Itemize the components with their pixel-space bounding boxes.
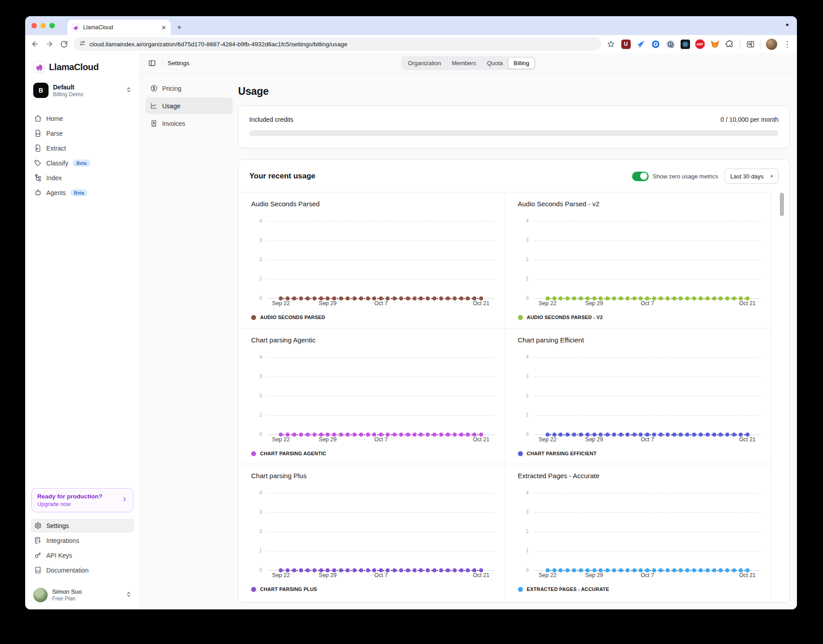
receipt-icon [150,120,158,127]
toolbar-divider [740,40,740,49]
sidebar-bottom-nav: SettingsIntegrationsAPI KeysDocumentatio… [31,519,134,577]
chevron-right-icon [121,496,128,504]
usage-chart-panel: Chart parsing Efficient01234Sep 22Sep 29… [505,328,771,464]
browser-profile-avatar[interactable] [766,39,777,50]
key-icon [34,551,42,559]
reload-button[interactable] [59,40,68,49]
subnav-item-label: Usage [162,102,180,110]
usage-chart-panel: Audio Seconds Parsed01234Sep 22Sep 29Oct… [239,192,505,328]
sidebar-item-extract[interactable]: Extract [31,141,134,155]
side-panel-search-icon[interactable] [746,40,755,49]
zoom-window-button[interactable] [49,23,55,28]
beta-badge: Beta [71,189,88,196]
adblock-plus-extension-icon[interactable]: ABP [695,39,705,49]
x-axis-labels: Sep 22Sep 29Oct 7Oct 21 [534,572,761,581]
nav-item-label: Home [46,115,63,122]
legend-label: CHART PARSING PLUS [260,586,317,592]
chart-title: Extracted Pages - Accurate [518,472,761,480]
subnav-item-label: Pricing [162,85,181,92]
legend-label: AUDIO SECONDS PARSED - V2 [527,315,603,320]
onepassword-extension-icon[interactable] [665,39,675,49]
tab-close-icon[interactable]: ✕ [161,24,166,31]
bookmark-star-icon[interactable] [606,40,615,49]
sidebar-item-index[interactable]: Index [31,171,134,185]
legend-label: CHART PARSING AGENTIC [260,451,326,456]
favicon-llamacloud-icon [72,24,80,31]
page-title: Usage [238,85,790,98]
ublock-origin-extension-icon[interactable]: U [621,39,631,49]
org-subtitle: Billing Demo [53,91,121,98]
legend-dot-icon [518,451,523,456]
legend-dot-icon [518,587,523,592]
chart-legend: CHART PARSING AGENTIC [251,451,495,456]
chart-title: Chart parsing Efficient [518,336,761,344]
sidebar-item-api-keys[interactable]: API Keys [31,548,134,562]
chevron-updown-icon [126,86,132,94]
llamacloud-app: LlamaCloud B Default Billing Demo HomePa… [25,53,797,609]
subnav-item-invoices[interactable]: Invoices [146,115,233,132]
nav-item-label: Agents [46,189,66,196]
sidebar-nav: HomeParseExtractClassifyBetaIndexAgentsB… [31,111,134,200]
back-button[interactable] [31,40,40,49]
user-avatar [33,588,48,602]
user-menu[interactable]: Simon Suo Free Plan [31,583,134,603]
plot-area [267,214,495,298]
extensions-puzzle-icon[interactable] [725,39,735,49]
sidebar-item-classify[interactable]: ClassifyBeta [31,156,134,170]
minimize-window-button[interactable] [40,23,46,28]
book-icon [34,566,42,574]
org-avatar: B [33,83,49,98]
date-range-value: Last 30 days [730,173,764,180]
show-zero-usage-toggle[interactable] [632,172,649,181]
url-bar[interactable]: cloud.llamaindex.ai/organization/6d75d17… [74,37,601,51]
date-range-select[interactable]: Last 30 days ▾ [725,169,779,184]
upgrade-banner[interactable]: Ready for production? Upgrade now [31,488,133,512]
react-devtools-extension-icon[interactable] [680,39,690,49]
tab-strip: LlamaCloud ✕ + ✦ [25,16,797,35]
brand[interactable]: LlamaCloud [31,59,134,79]
close-window-button[interactable] [31,23,37,28]
index-icon [34,174,42,182]
org-selector[interactable]: B Default Billing Demo [31,79,134,102]
chart-legend: EXTRACTED PAGES - ACCURATE [518,586,761,592]
charts-scrollbar-thumb[interactable] [780,193,784,216]
new-tab-button[interactable]: + [177,23,181,32]
x-axis-labels: Sep 22Sep 29Oct 7Oct 21 [534,300,761,309]
sidebar-toggle-icon[interactable] [147,59,156,68]
tab-members[interactable]: Members [447,58,482,69]
nav-item-label: Settings [46,522,69,529]
x-axis-labels: Sep 22Sep 29Oct 7Oct 21 [267,300,495,309]
tab-organization[interactable]: Organization [403,58,447,69]
tab-organize-sparkle-icon[interactable]: ✦ [785,22,790,28]
tab-billing[interactable]: Billing [508,58,535,69]
sidebar-item-home[interactable]: Home [31,111,134,125]
nav-item-label: Classify [46,160,68,167]
subnav-item-usage[interactable]: Usage [146,98,233,114]
browser-menu-kebab-icon[interactable]: ⋮ [783,40,792,49]
settings-content: Usage Included credits 0 / 10,000 per mo… [238,74,797,609]
target-extension-icon[interactable] [650,39,660,49]
metamask-extension-icon[interactable] [710,39,720,49]
legend-dot-icon [518,315,523,320]
y-axis-labels: 01234 [518,350,529,435]
chart-title: Chart parsing Plus [251,472,495,480]
header-divider [162,59,162,67]
sidebar-item-settings[interactable]: Settings [31,519,134,533]
site-settings-icon[interactable] [79,40,86,49]
tab-quota[interactable]: Quota [482,58,508,69]
forward-button[interactable] [45,40,54,49]
nav-item-label: Index [46,174,62,182]
pin-plane-extension-icon[interactable] [636,39,646,49]
sidebar-item-documentation[interactable]: Documentation [31,563,134,577]
subnav-item-pricing[interactable]: Pricing [146,80,233,97]
chart-legend: CHART PARSING PLUS [251,586,495,592]
browser-tab[interactable]: LlamaCloud ✕ [67,20,171,35]
chart-title: Chart parsing Agentic [251,336,495,344]
x-axis-labels: Sep 22Sep 29Oct 7Oct 21 [267,572,495,581]
sidebar-item-agents[interactable]: AgentsBeta [31,186,134,200]
plot-area [534,214,761,298]
upgrade-cta: Upgrade now [37,501,102,507]
sidebar-item-integrations[interactable]: Integrations [31,533,134,547]
sidebar-item-parse[interactable]: Parse [31,126,134,140]
home-icon [34,115,42,122]
